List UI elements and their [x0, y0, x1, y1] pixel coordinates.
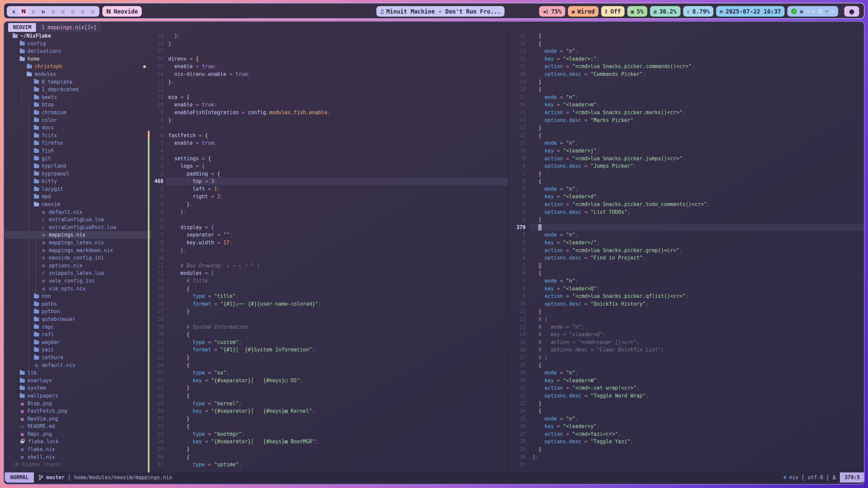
volume-pill[interactable]: ◀)75% [539, 6, 566, 17]
code-line[interactable]: 8 key = "<leader>Q"; [509, 285, 865, 293]
code-line[interactable]: 7 separator = ""; [150, 231, 508, 239]
code-line[interactable]: 15 type = "title"; [150, 292, 508, 300]
tree-item-default-nix[interactable]: ⚙default.nix [5, 362, 151, 369]
tree-item-beets[interactable]: beets [5, 94, 151, 101]
code-line[interactable]: 17 mode = "n"; [509, 94, 865, 101]
code-line[interactable]: 16 format = "{#1}┌── {#}{user-name-color… [150, 300, 508, 308]
code-line[interactable]: 21 action = "<cmd>:set wrap!<cr>"; [509, 384, 865, 392]
code-line[interactable]: 24 { [509, 40, 865, 48]
code-line[interactable]: 5 mode = "n"; [509, 185, 865, 193]
memory-pill[interactable]: ▥30.2% [650, 6, 680, 17]
tray-triangle-icon[interactable]: ▼ [825, 8, 828, 15]
code-line[interactable]: 22 options.desc = "Toggle Word Wrap"; [509, 392, 865, 400]
tree-item-flake-lock[interactable]: flake.lock [5, 438, 151, 446]
code-line[interactable]: 12 # { [509, 316, 865, 323]
code-line[interactable]: 11 # Box Drawing: ┌ ─ ┐ └ ┘ │ [150, 262, 508, 270]
tree-item-hyprland[interactable]: hyprland [5, 162, 151, 170]
code-line[interactable]: 9 enableFishIntegration = config.modules… [150, 109, 508, 117]
clock-pill[interactable]: ⊞2025-07-22 16:37 [716, 6, 785, 17]
tray-keyboard-icon[interactable]: ⌨ [831, 8, 834, 15]
neovide-app-pill[interactable]: N Neovide [102, 6, 142, 17]
tree-item-mpd[interactable]: mpd [5, 193, 151, 201]
code-line[interactable]: 19 } [509, 78, 865, 86]
code-line[interactable]: 19 mode = "n"; [509, 369, 865, 377]
code-line[interactable]: 25 type = "os"; [150, 369, 508, 377]
neovim-icon[interactable]: N [19, 7, 28, 16]
code-line[interactable]: 29 } [509, 446, 865, 453]
empty-workspace-icon[interactable]: ▢ [68, 7, 78, 16]
code-line[interactable]: 3 action = "<cmd>lua Snacks.picker.grep(… [509, 247, 865, 255]
code-line[interactable]: 18}; [150, 40, 508, 48]
tree-item-0-template[interactable]: 0_template [5, 78, 151, 86]
code-line[interactable]: 23 } [509, 400, 865, 408]
tree-item-wallpapers[interactable]: wallpapers [5, 392, 151, 400]
tree-item-paths[interactable]: paths [5, 300, 151, 308]
tree-item-mappings-latex-nix[interactable]: ⚙mappings_latex.nix [5, 239, 151, 247]
code-line[interactable]: 14 { [150, 285, 508, 293]
tree-item-neovide-config-ini[interactable]: ⚙neovide_config.ini [5, 254, 151, 262]
code-line[interactable]: 6 { [509, 269, 865, 277]
tree-item-qutebrowser[interactable]: qutebrowser [5, 316, 151, 323]
disk-pill[interactable]: ▯8.79% [683, 6, 714, 17]
tree-item-chromium[interactable]: chromium [5, 109, 151, 117]
code-line[interactable]: 2 key = "<leader>/"; [509, 239, 865, 247]
tree-item-snippets-latex-lua[interactable]: ☾snippets_latex.lua [5, 269, 151, 277]
code-line[interactable]: 12 { [509, 132, 865, 140]
code-line[interactable]: 468 top = 3; [150, 178, 508, 185]
tree-item-kitty[interactable]: kitty [5, 178, 151, 185]
fire-icon[interactable]: ↻ [38, 7, 48, 16]
tree-item-vale-config-ini[interactable]: ⚙vale_config.ini [5, 277, 151, 285]
code-line[interactable]: 31 [509, 461, 865, 469]
code-line[interactable]: 3 settings = { [150, 155, 508, 163]
code-line[interactable]: 16 key = "<leader>m"; [509, 101, 865, 109]
code-line[interactable]: 4 key = "<leader>d"; [509, 193, 865, 201]
tree-item-extraconfigluapost-lua[interactable]: ☾extraConfigLuaPost.lua [5, 224, 151, 231]
code-line[interactable]: 27 action = "<cmd>Yazi<cr>"; [509, 430, 865, 438]
tree-item-christoph[interactable]: christoph● [5, 63, 151, 70]
tree-item-mappings-nix[interactable]: ⚙mappings.nix [5, 231, 151, 239]
code-line[interactable]: 5 enable = true; [150, 139, 508, 147]
code-line[interactable]: 1 mode = "n"; [509, 231, 865, 239]
tree-item-lazygit[interactable]: lazygit [5, 185, 151, 193]
code-line[interactable]: 23 } [150, 354, 508, 362]
tree-item-rmpc-png[interactable]: ▣Rmpc.png [5, 430, 151, 438]
tree-item-nnn[interactable]: nnn [5, 292, 151, 300]
tree-item-neovim[interactable]: neovim [5, 201, 151, 208]
code-line[interactable]: 19 }; [150, 32, 508, 40]
tree-item-git[interactable]: git [5, 155, 151, 163]
tree-item-rmpc[interactable]: rmpc [5, 323, 151, 331]
code-line[interactable]: 10 key = "<leader>j"; [509, 147, 865, 155]
code-line[interactable]: 12 [150, 86, 508, 94]
code-line[interactable]: 13 # Title [150, 277, 508, 285]
tree-item-vim-opts-nix[interactable]: ⚙vim_opts.nix [5, 285, 151, 293]
code-line[interactable]: 379 { [509, 224, 865, 231]
tree-item-fish[interactable]: fish [5, 147, 151, 155]
code-line[interactable]: 15 # action = "<cmd>cexpr []<cr>"; [509, 339, 865, 346]
code-line[interactable]: 25 } [509, 32, 865, 40]
code-line[interactable]: 25 mode = "n"; [509, 415, 865, 423]
empty-workspace-icon[interactable]: ▢ [28, 7, 38, 16]
tree-item-yazi[interactable]: yazi [5, 346, 151, 354]
scrollbar-mark[interactable] [148, 131, 150, 139]
tree-item-overlays[interactable]: overlays [5, 377, 151, 385]
tree-item-fastfetch-png[interactable]: ▣FastFetch.png [5, 407, 151, 415]
tree-item-color[interactable]: color [5, 117, 151, 124]
code-line[interactable]: 12 modules = [ [150, 269, 508, 277]
code-line[interactable]: 9 action = "<cmd>lua Snacks.picker.qflis… [509, 292, 865, 300]
code-line[interactable]: 26 key = "{#separator}│ {#keys}▢ OS"; [150, 377, 508, 385]
code-line[interactable]: 10 options.desc = "Quickfix History"; [509, 300, 865, 308]
tree-item-lib[interactable]: lib [5, 369, 151, 377]
code-line[interactable]: 37 type = "uptime"; [150, 461, 508, 469]
tray-terminal-icon[interactable]: ▭ [806, 8, 809, 15]
code-line[interactable]: 15 enable = true; [150, 63, 508, 70]
tree-item-docs[interactable]: docs [5, 124, 151, 132]
tree-item-extraconfiglua-lua[interactable]: ☾extraConfigLua.lua [5, 216, 151, 224]
code-line[interactable]: 31 } [150, 415, 508, 423]
code-line[interactable]: 18 { [509, 362, 865, 369]
code-line[interactable]: 33 type = "bootmgr"; [150, 430, 508, 438]
code-line[interactable]: 2 logo = { [150, 162, 508, 170]
tree-item-zathura[interactable]: zathura [5, 354, 151, 362]
tree-item-rofi[interactable]: rofi [5, 331, 151, 339]
code-line[interactable]: 24 { [509, 407, 865, 415]
tree-item-btop[interactable]: btop [5, 101, 151, 109]
